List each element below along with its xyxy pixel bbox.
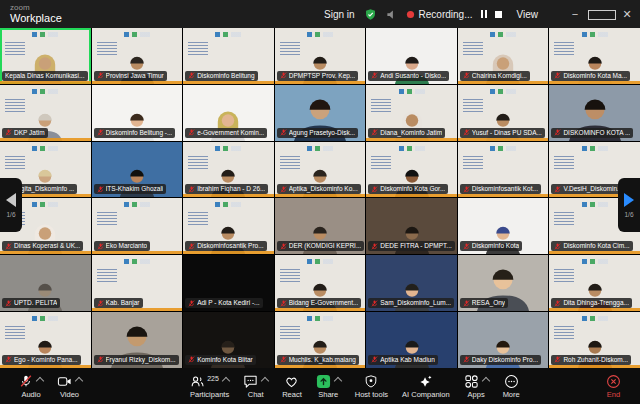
video-tile[interactable]: Diskominfo Kota Ma... <box>549 28 640 84</box>
video-tile[interactable]: Muchlis. K_kab.malang <box>275 312 366 368</box>
next-page-button[interactable]: 1/6 <box>618 178 640 232</box>
video-tile[interactable]: Aptika_Diskominfo Ko... <box>275 142 366 198</box>
video-tile[interactable]: Chairina Komdigi... <box>458 28 549 84</box>
chat-icon <box>243 374 258 389</box>
more-button[interactable]: More <box>503 374 520 399</box>
host-tools-button[interactable]: Host tools <box>355 374 388 399</box>
close-button[interactable]: ✕ <box>614 0 640 28</box>
video-tile[interactable]: UPTD. PELITA <box>0 255 91 311</box>
muted-mic-icon <box>5 300 12 307</box>
participant-nameplate: Yusuf - Dinas PU SDA... <box>460 128 545 138</box>
video-tile[interactable]: Andi Susanto - Disko... <box>366 28 457 84</box>
participant-name: UPTD. PELITA <box>14 299 57 307</box>
video-tile[interactable]: Kepala Dinas Komunikasi... <box>0 28 91 84</box>
muted-mic-icon <box>463 300 470 307</box>
pause-recording-button[interactable] <box>481 10 487 18</box>
muted-mic-icon <box>371 243 378 250</box>
video-options-chevron[interactable] <box>75 376 83 384</box>
audio-options-chevron[interactable] <box>36 376 44 384</box>
participant-nameplate: Chairina Komdigi... <box>460 71 530 81</box>
participants-options-chevron[interactable] <box>222 376 230 384</box>
video-gallery-grid: Kepala Dinas Komunikasi... Provinsi Jawa… <box>0 28 640 368</box>
view-button[interactable]: View <box>517 9 553 20</box>
encryption-shield-icon[interactable] <box>364 8 377 21</box>
muted-mic-icon <box>97 356 104 363</box>
host-tools-label: Host tools <box>355 390 388 399</box>
video-tile[interactable]: Kab. Banjar <box>92 255 183 311</box>
participant-nameplate: Kab. Banjar <box>94 298 143 308</box>
muted-mic-icon <box>97 243 104 250</box>
participant-name: Eko Marcianto <box>106 242 148 250</box>
video-tile[interactable]: Roh Zuhanit-Diskom... <box>549 312 640 368</box>
video-tile[interactable]: Yusuf - Dinas PU SDA... <box>458 85 549 141</box>
participant-nameplate: Kepala Dinas Komunikasi... <box>2 71 88 81</box>
participant-name: V.DesiH_Diskomin... <box>563 185 622 193</box>
video-tile[interactable]: Daky Diskominfo Pro... <box>458 312 549 368</box>
participant-nameplate: Diskominfosantik Kot... <box>460 184 541 194</box>
stop-recording-button[interactable] <box>495 11 502 18</box>
video-tile[interactable]: DKP Jatim <box>0 85 91 141</box>
video-tile[interactable]: Diskominfo Kota Gor... <box>366 142 457 198</box>
recording-icon <box>406 10 415 19</box>
participant-nameplate: e-Government Komin... <box>185 128 267 138</box>
video-tile[interactable]: Sam_Diskominfo_Lum... <box>366 255 457 311</box>
muted-mic-icon <box>554 300 561 307</box>
video-tile[interactable]: Diskominfosantik Pro... <box>183 198 274 254</box>
previous-page-button[interactable]: 1/6 <box>0 178 22 232</box>
video-button[interactable]: Video <box>57 374 82 399</box>
participants-button[interactable]: 225 Participants <box>190 374 229 399</box>
participant-name: DPMPTSP Prov. Kep... <box>289 72 356 80</box>
react-button[interactable]: React <box>282 374 302 399</box>
chat-button[interactable]: Chat <box>243 374 268 399</box>
participant-name: Daky Diskominfo Pro... <box>472 356 538 364</box>
participant-nameplate: Diskominfo Kota Ma... <box>551 71 630 81</box>
participant-nameplate: DISKOMINFO KOTA ... <box>551 128 633 138</box>
video-tile[interactable]: Diskominfosantik Kot... <box>458 142 549 198</box>
muted-mic-icon <box>463 129 470 136</box>
muted-mic-icon <box>371 356 378 363</box>
apps-options-chevron[interactable] <box>481 376 489 384</box>
video-tile[interactable]: Diskominfo Kota <box>458 198 549 254</box>
participant-name: Ego - Kominfo Pana... <box>14 356 78 364</box>
video-tile[interactable]: DER (KOMDIGI KEPRI... <box>275 198 366 254</box>
minimize-button[interactable]: − <box>562 0 588 28</box>
more-ellipsis-icon <box>504 374 519 389</box>
maximize-button[interactable] <box>588 0 614 28</box>
video-tile[interactable]: Adi P - Kota Kediri -... <box>183 255 274 311</box>
video-tile[interactable]: Kominfo Kota Blitar <box>183 312 274 368</box>
participant-nameplate: Daky Diskominfo Pro... <box>460 355 541 365</box>
video-tile[interactable]: Eko Marcianto <box>92 198 183 254</box>
audio-device-icon[interactable] <box>386 9 397 20</box>
video-tile[interactable]: Aptika Kab Madiun <box>366 312 457 368</box>
muted-mic-icon <box>97 186 104 193</box>
video-tile[interactable]: ITS-Khakim Ghozali <box>92 142 183 198</box>
muted-mic-icon <box>463 243 470 250</box>
share-button[interactable]: Share <box>316 374 341 399</box>
video-tile[interactable]: Diana_Kominfo Jatim <box>366 85 457 141</box>
video-tile[interactable]: Ego - Kominfo Pana... <box>0 312 91 368</box>
participant-nameplate: Bidang E-Government... <box>277 298 362 308</box>
video-tile[interactable]: Provinsi Jawa Timur <box>92 28 183 84</box>
ai-companion-button[interactable]: AI Companion <box>402 374 450 399</box>
video-tile[interactable]: Bidang E-Government... <box>275 255 366 311</box>
sign-in-button[interactable]: Sign in <box>324 9 355 20</box>
video-tile[interactable]: DPMPTSP Prov. Kep... <box>275 28 366 84</box>
muted-mic-icon <box>280 243 287 250</box>
end-meeting-button[interactable]: End <box>606 374 621 399</box>
participant-nameplate: Andi Susanto - Disko... <box>368 71 449 81</box>
chat-options-chevron[interactable] <box>261 376 269 384</box>
video-tile[interactable]: DEDE FITRA - DPMPT... <box>366 198 457 254</box>
video-tile[interactable]: DISKOMINFO KOTA ... <box>549 85 640 141</box>
video-tile[interactable]: Diskominfo Belitung -... <box>92 85 183 141</box>
video-tile[interactable]: RESA_Ony <box>458 255 549 311</box>
video-tile[interactable]: Dita Dhinga-Trengga... <box>549 255 640 311</box>
video-tile[interactable]: Agung Prasetyo-Disk... <box>275 85 366 141</box>
muted-mic-icon <box>280 356 287 363</box>
video-tile[interactable]: Diskominfo Belitung <box>183 28 274 84</box>
apps-button[interactable]: Apps <box>464 374 489 399</box>
video-tile[interactable]: Fryanul Rizky_Diskom... <box>92 312 183 368</box>
video-tile[interactable]: Ibrahim Fiqhan - D 26... <box>183 142 274 198</box>
video-tile[interactable]: e-Government Komin... <box>183 85 274 141</box>
share-options-chevron[interactable] <box>333 376 341 384</box>
audio-button[interactable]: Audio <box>19 374 43 399</box>
